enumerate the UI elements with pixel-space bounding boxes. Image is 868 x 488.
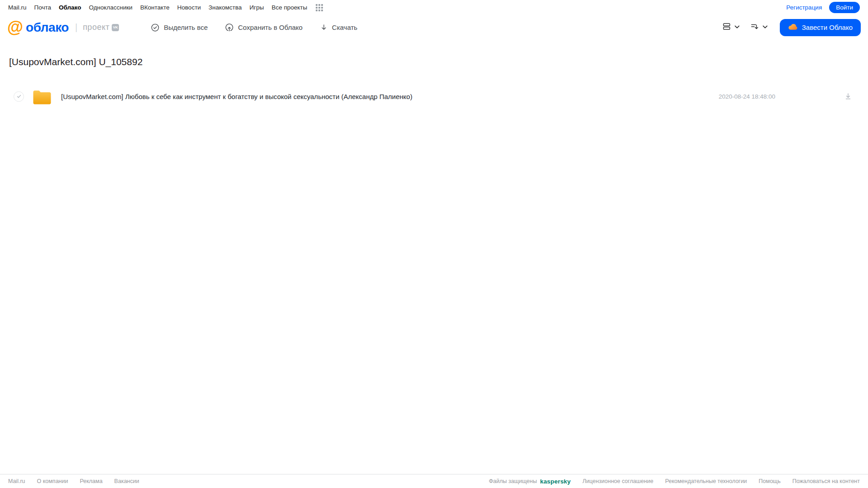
footer-link-company[interactable]: О компании — [37, 478, 68, 484]
cloud-logo[interactable]: @ облако | проект VK — [7, 19, 119, 36]
protected-label: Файлы защищены — [489, 478, 537, 484]
checkmark-icon — [16, 94, 22, 99]
download-icon — [320, 24, 328, 32]
view-mode-dropdown[interactable] — [722, 22, 740, 33]
footer-left-links: Mail.ru О компании Реклама Вакансии — [8, 478, 139, 484]
create-cloud-button[interactable]: Завести Облако — [780, 19, 861, 36]
main-content: [UsupovMarket.com] U_105892 [UsupovMarke… — [0, 57, 868, 107]
footer-link-ads[interactable]: Реклама — [80, 478, 102, 484]
login-button[interactable]: Войти — [829, 2, 860, 13]
nav-link-vse-proekty[interactable]: Все проекты — [271, 4, 307, 11]
chevron-down-icon — [734, 24, 740, 32]
footer-link-jobs[interactable]: Вакансии — [114, 478, 139, 484]
portal-top-bar: Mail.ru Почта Облако Одноклассники ВКонт… — [0, 0, 868, 15]
save-to-cloud-label: Сохранить в Облако — [238, 24, 303, 31]
row-download-icon[interactable] — [844, 92, 852, 100]
header-right-controls: Завести Облако — [722, 19, 861, 36]
cloud-header: @ облако | проект VK Выделить все Сохран… — [0, 15, 868, 40]
nav-link-novosti[interactable]: Новости — [177, 4, 201, 11]
cloud-icon — [788, 23, 798, 32]
apps-grid-icon[interactable] — [316, 4, 323, 11]
registration-link[interactable]: Регистрация — [786, 4, 822, 11]
nav-link-znakomstva[interactable]: Знакомства — [209, 4, 242, 11]
footer-link-mailru[interactable]: Mail.ru — [8, 478, 25, 484]
footer-link-report[interactable]: Пожаловаться на контент — [792, 478, 860, 484]
file-name-link[interactable]: [UsupovMarket.com] Любовь к себе как инс… — [61, 93, 719, 100]
logo-divider: | — [75, 22, 77, 33]
vk-badge-icon: VK — [112, 24, 119, 31]
file-toolbar: Выделить все Сохранить в Облако Скачать — [151, 23, 357, 32]
project-label: проект — [83, 23, 109, 32]
save-to-cloud-button[interactable]: Сохранить в Облако — [225, 23, 303, 32]
file-row[interactable]: [UsupovMarket.com] Любовь к себе как инс… — [0, 85, 868, 107]
footer-right-links: Файлы защищены kaspersky Лицензионное со… — [489, 478, 860, 485]
portal-nav: Mail.ru Почта Облако Одноклассники ВКонт… — [8, 4, 323, 11]
view-mode-icon — [722, 22, 731, 33]
page-footer: Mail.ru О компании Реклама Вакансии Файл… — [0, 474, 868, 488]
folder-icon — [32, 88, 52, 105]
cloud-upload-icon — [225, 23, 234, 32]
check-circle-icon — [151, 23, 160, 32]
file-date: 2020-08-24 18:48:00 — [719, 93, 775, 100]
sort-dropdown[interactable] — [750, 22, 768, 33]
footer-link-help[interactable]: Помощь — [759, 478, 780, 484]
portal-auth-area: Регистрация Войти — [786, 2, 860, 13]
page-title: [UsupovMarket.com] U_105892 — [9, 57, 868, 67]
kaspersky-logo[interactable]: kaspersky — [540, 478, 571, 485]
nav-link-pochta[interactable]: Почта — [34, 4, 52, 11]
mailru-at-icon: @ — [7, 19, 23, 35]
sort-icon — [750, 22, 759, 33]
footer-link-license[interactable]: Лицензионное соглашение — [583, 478, 654, 484]
chevron-down-icon — [762, 24, 768, 32]
footer-link-recommendations[interactable]: Рекомендательные технологии — [665, 478, 747, 484]
download-button[interactable]: Скачать — [320, 24, 357, 32]
select-all-label: Выделить все — [164, 24, 208, 31]
nav-link-igry[interactable]: Игры — [250, 4, 264, 11]
cloud-logo-label: облако — [26, 20, 69, 35]
row-checkbox[interactable] — [14, 91, 24, 102]
nav-link-odnoklassniki[interactable]: Одноклассники — [89, 4, 132, 11]
create-cloud-label: Завести Облако — [802, 24, 853, 31]
kaspersky-protection: Файлы защищены kaspersky — [489, 478, 571, 485]
download-label: Скачать — [332, 24, 357, 31]
nav-link-mailru[interactable]: Mail.ru — [8, 4, 27, 11]
nav-link-oblako[interactable]: Облако — [59, 4, 81, 11]
nav-link-vkontakte[interactable]: ВКонтакте — [140, 4, 170, 11]
select-all-button[interactable]: Выделить все — [151, 23, 208, 32]
